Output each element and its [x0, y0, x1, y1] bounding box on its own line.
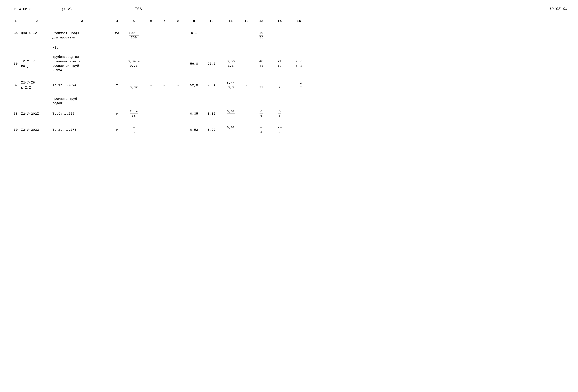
- row-38-col6: –: [145, 112, 157, 116]
- col-header-14: I4: [271, 19, 289, 23]
- col-header-8: 8: [171, 19, 185, 23]
- col-header-7: 7: [157, 19, 171, 23]
- row-36-col9: 56,8: [185, 62, 203, 66]
- row-39-col7: –: [157, 128, 171, 132]
- row-36-unit: т: [112, 62, 122, 66]
- row-39-col15: –: [289, 128, 309, 132]
- col-header-1: I: [10, 19, 21, 23]
- row-37-col11: 8,44 3,3: [220, 81, 241, 89]
- row-38-col9: 0,35: [185, 112, 203, 116]
- row-37-col13: — I7: [252, 81, 271, 89]
- row-37-num: 37: [10, 83, 21, 87]
- row-35-col11: –: [220, 31, 241, 35]
- row-39-num: 39: [10, 128, 21, 132]
- row-35-code: ЦМО № I2: [21, 31, 52, 35]
- row-35-num: 35: [10, 31, 21, 35]
- row-38-col15: –: [289, 112, 309, 116]
- row-39-desc: То же, д.273: [52, 128, 112, 132]
- row-37-col8: –: [171, 83, 185, 87]
- row-38-col11: 0,0I –: [220, 110, 241, 118]
- row-36-col12: –: [241, 62, 252, 66]
- row-38-desc: Труба д.2I9: [52, 112, 112, 116]
- col-header-2: 2: [21, 19, 52, 23]
- row-37-unit: т: [112, 83, 122, 87]
- row-37-desc: То же, 273x4: [52, 83, 112, 87]
- header-doc-number: 90²-4-6М.83: [10, 7, 34, 11]
- note-m8: М8.: [10, 42, 568, 53]
- row-38-col13: 8 6: [252, 110, 271, 118]
- row-37-col9: 52,8: [185, 83, 203, 87]
- row-38-unit: м: [112, 112, 122, 116]
- row-37-col15: – 3 I: [289, 81, 309, 89]
- col-header-13: I3: [252, 19, 271, 23]
- row-35-desc: Стоимость водыдля промывки: [52, 31, 112, 40]
- row-37-col5: — – 0,32: [122, 81, 145, 89]
- row-39-unit: м: [112, 128, 122, 132]
- row-35-col6: –: [145, 31, 157, 35]
- header-page: I06: [135, 7, 142, 11]
- row-37-col6: –: [145, 83, 157, 87]
- row-37-col14: — 7: [271, 81, 289, 89]
- row-39-col11: 0,0I –: [220, 126, 241, 134]
- row-37-col12: –: [241, 83, 252, 87]
- col-header-15: I5: [289, 19, 309, 23]
- col-header-6: 6: [145, 19, 157, 23]
- row-38-col10: 0,I9: [203, 112, 220, 116]
- row-39-col8: –: [171, 128, 185, 132]
- row-35-col9: 0,I: [185, 31, 203, 35]
- row-39-col9: 0,52: [185, 128, 203, 132]
- table-row: 35 ЦМО № I2 Стоимость водыдля промывки м…: [10, 27, 568, 42]
- row-36-col7: –: [157, 62, 171, 66]
- row-38-col8: –: [171, 112, 185, 116]
- row-39-col5: — 8: [122, 126, 145, 134]
- row-35-col7: –: [157, 31, 171, 35]
- col-header-4: 4: [112, 19, 122, 23]
- row-35-col15: –: [289, 31, 309, 35]
- row-36-col11: 8,56 3,3: [220, 59, 241, 68]
- row-35-col10: –: [203, 31, 220, 35]
- row-39-col14: ·— 2: [271, 126, 289, 134]
- row-38-col5: 24 – I8: [122, 110, 145, 118]
- row-37-col10: 23,4: [203, 83, 220, 87]
- row-35-col8: –: [171, 31, 185, 35]
- row-36-col14: 2I I9: [271, 59, 289, 68]
- row-38-col12: –: [241, 112, 252, 116]
- col-header-9: 9: [185, 19, 203, 23]
- row-36-col13: 48 4I: [252, 59, 271, 68]
- column-headers: I 2 3 4 5 6 7 8 9 I0 II I2 I3 I4 I5: [10, 17, 568, 25]
- table-row: 38 I2-У-202I Труба д.2I9 м 24 – I8 – – –…: [10, 107, 568, 121]
- row-39-col13: — 4: [252, 126, 271, 134]
- header-ref: 19105-04: [549, 7, 568, 11]
- col-header-12: I2: [241, 19, 252, 23]
- note-promyvka: Промывка труб·водой:: [10, 92, 568, 107]
- row-35-col13: I0 I5: [252, 31, 271, 40]
- row-39-col10: 0,29: [203, 128, 220, 132]
- row-38-num: 38: [10, 112, 21, 116]
- col-header-5: 5: [122, 19, 145, 23]
- row-36-col5: 0,84 – 0,73: [122, 59, 145, 68]
- row-39-code: I2-У-2022: [21, 128, 52, 132]
- col-header-10: I0: [203, 19, 220, 23]
- row-36-col6: –: [145, 62, 157, 66]
- row-36-code: I2-У-I7к=I,I: [21, 59, 52, 69]
- table-row: 37 I2-У-I8к=I,I То же, 273x4 т — – 0,32 …: [10, 75, 568, 92]
- col-header-3: 3: [52, 19, 112, 23]
- row-35-unit: м3: [112, 31, 122, 35]
- table-row: 36 I2-У-I7к=I,I Трубопровод изстальных э…: [10, 53, 568, 75]
- top-divider: [10, 15, 568, 15]
- row-36-col15: 7 3 6 2: [289, 59, 309, 68]
- row-37-col7: –: [157, 83, 171, 87]
- table-row: 39 I2-У-2022 То же, д.273 м — 8 – – – 0,…: [10, 120, 568, 137]
- row-35-col14: –: [271, 31, 289, 35]
- row-38-col14: 5 3: [271, 110, 289, 118]
- row-36-col10: 25,5: [203, 62, 220, 66]
- row-38-col7: –: [157, 112, 171, 116]
- row-37-code: I2-У-I8к=I,I: [21, 80, 52, 90]
- row-36-num: 36: [10, 62, 21, 66]
- page-header: 90²-4-6М.83 (X.2) I06 19105-04: [10, 7, 568, 11]
- row-35-col5: I00 – I50: [122, 31, 145, 40]
- col-header-11: II: [220, 19, 241, 23]
- row-38-code: I2-У-202I: [21, 112, 52, 116]
- row-36-desc: Трубопровод изстальных элект-росварных т…: [52, 55, 112, 73]
- row-39-col12: –: [241, 128, 252, 132]
